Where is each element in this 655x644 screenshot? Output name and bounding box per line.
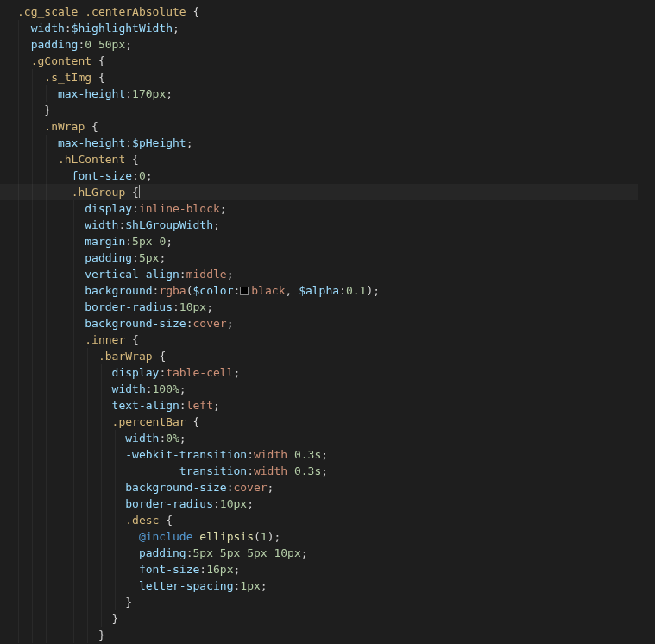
- code-line[interactable]: display:table-cell;: [17, 364, 638, 381]
- color-swatch-icon: [240, 287, 249, 295]
- code-line[interactable]: }: [17, 610, 638, 627]
- code-token: ;: [166, 235, 173, 248]
- code-line[interactable]: padding:5px;: [17, 249, 638, 266]
- code-token: cover: [233, 481, 267, 494]
- code-token: ;: [233, 366, 240, 379]
- code-line[interactable]: .hLContent {: [17, 151, 638, 167]
- code-line[interactable]: }: [17, 102, 638, 118]
- code-token: ;: [125, 38, 132, 51]
- code-token: width: [125, 432, 159, 445]
- code-token: :: [213, 497, 220, 510]
- code-line[interactable]: font-size:0;: [17, 167, 638, 184]
- code-token: ;: [247, 497, 254, 510]
- code-area[interactable]: .cg_scale .centerAbsolute { width:$highl…: [17, 3, 638, 643]
- code-line[interactable]: width:100%;: [17, 381, 638, 397]
- code-token: .s_tImg: [44, 71, 98, 84]
- code-line[interactable]: max-height:170px;: [17, 85, 638, 102]
- code-line[interactable]: font-size:16px;: [17, 561, 638, 578]
- code-token: 5: [132, 235, 139, 248]
- code-token: :: [234, 284, 241, 297]
- code-token: width: [31, 22, 65, 35]
- code-token: width: [85, 218, 118, 231]
- code-line[interactable]: background-size:cover;: [17, 315, 638, 331]
- code-line[interactable]: @include ellipsis(1);: [17, 528, 638, 545]
- code-token: black: [251, 284, 285, 297]
- code-token: ;: [321, 448, 328, 461]
- indent: [17, 136, 58, 149]
- code-token: ;: [213, 399, 220, 412]
- code-token: 0.3: [294, 448, 314, 461]
- code-line[interactable]: background-size:cover;: [17, 479, 638, 496]
- code-token: .nWrap: [44, 120, 91, 133]
- code-line[interactable]: .inner {: [17, 331, 638, 348]
- code-line[interactable]: transition:width 0.3s;: [17, 463, 638, 479]
- code-token: 1: [261, 530, 268, 543]
- code-line[interactable]: text-align:left;: [17, 397, 638, 414]
- code-line[interactable]: }: [17, 594, 638, 610]
- code-token: px: [247, 579, 261, 592]
- code-token: {: [98, 71, 105, 84]
- code-token: px: [153, 87, 167, 100]
- code-line[interactable]: .desc {: [17, 512, 638, 528]
- code-token: ;: [179, 432, 186, 445]
- code-token: px: [254, 546, 274, 559]
- code-token: ;: [261, 579, 268, 592]
- code-token: ;: [220, 202, 227, 215]
- code-line[interactable]: vertical-align:middle;: [17, 266, 638, 282]
- code-token: $pHeight: [132, 136, 186, 149]
- code-line[interactable]: border-radius:10px;: [17, 496, 638, 512]
- code-token: ;: [206, 300, 213, 313]
- indent: [17, 546, 139, 559]
- code-line[interactable]: .barWrap {: [17, 348, 638, 364]
- code-line[interactable]: }: [17, 627, 638, 643]
- code-token: {: [159, 350, 166, 363]
- code-token: $color: [193, 284, 234, 297]
- code-token: ellipsis: [199, 530, 254, 543]
- code-token: ;: [159, 251, 166, 264]
- code-token: 1: [240, 579, 247, 592]
- code-line[interactable]: .s_tImg {: [17, 69, 638, 85]
- code-token: {: [166, 514, 173, 527]
- indent: [17, 38, 31, 51]
- code-token: %: [173, 382, 179, 395]
- indent: [17, 120, 44, 133]
- code-line[interactable]: max-height:$pHeight;: [17, 135, 638, 151]
- code-line[interactable]: -webkit-transition:width 0.3s;: [17, 446, 638, 463]
- code-line[interactable]: margin:5px 0;: [17, 233, 638, 249]
- code-token: 5: [139, 251, 146, 264]
- code-token: 0: [166, 432, 173, 445]
- code-token: $hLGroupWidth: [125, 218, 213, 231]
- code-token: %: [173, 432, 179, 445]
- code-line[interactable]: width:$highlightWidth;: [17, 20, 638, 36]
- code-line[interactable]: background:rgba($color:black, $alpha:0.1…: [17, 282, 638, 299]
- code-line[interactable]: .cg_scale .centerAbsolute {: [17, 3, 638, 20]
- code-token: .inner: [85, 333, 132, 346]
- indent: [17, 563, 139, 576]
- indent: [17, 104, 44, 117]
- code-line[interactable]: width:$hLGroupWidth;: [17, 217, 638, 233]
- code-line[interactable]: .nWrap {: [17, 118, 638, 135]
- code-line[interactable]: display:inline-block;: [17, 200, 638, 217]
- code-line[interactable]: padding:5px 5px 5px 10px;: [17, 545, 638, 561]
- code-line[interactable]: .gContent {: [17, 53, 638, 69]
- code-token: }: [44, 104, 51, 117]
- code-token: table-cell: [166, 366, 233, 379]
- code-line[interactable]: border-radius:10px;: [17, 299, 638, 315]
- code-editor[interactable]: .cg_scale .centerAbsolute { width:$highl…: [0, 0, 655, 644]
- code-line[interactable]: padding:0 50px;: [17, 36, 638, 53]
- code-token: padding: [85, 251, 132, 264]
- code-token: ;: [213, 218, 220, 231]
- code-token: ;: [227, 268, 234, 281]
- code-token: :: [125, 87, 132, 100]
- code-token: :: [132, 169, 139, 182]
- code-token: ;: [166, 87, 173, 100]
- code-line[interactable]: width:0%;: [17, 430, 638, 446]
- code-line[interactable]: .hLGroup {: [0, 184, 638, 200]
- indent: [17, 54, 31, 67]
- code-token: .percentBar: [112, 415, 193, 428]
- code-line[interactable]: .percentBar {: [17, 414, 638, 430]
- code-line[interactable]: letter-spacing:1px;: [17, 578, 638, 594]
- code-token: px: [199, 546, 219, 559]
- code-token: }: [112, 612, 119, 625]
- indent: [17, 628, 98, 641]
